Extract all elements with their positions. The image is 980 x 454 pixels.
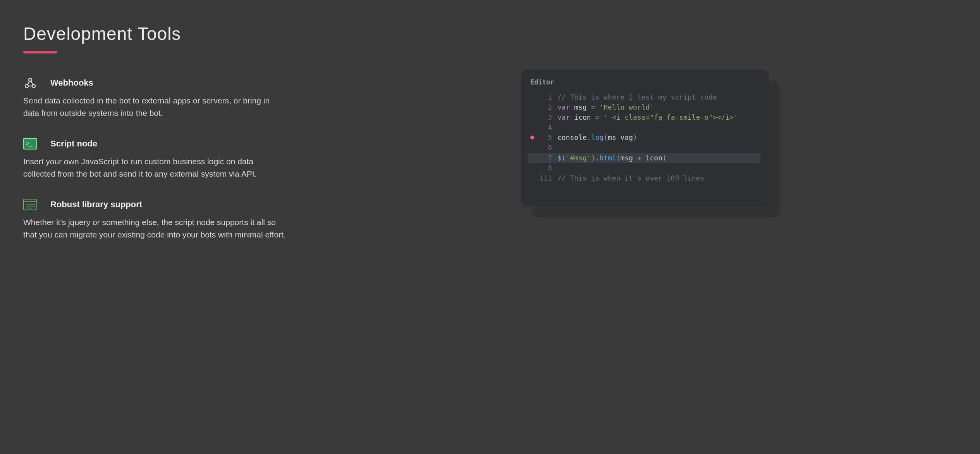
heading-underline: [23, 51, 57, 53]
feature-script-node: >_ Script node Insert your own JavaScrip…: [23, 138, 287, 180]
code-line: 1// This is where I test my script code: [528, 92, 760, 102]
code-line: 2var msg = 'Hello world': [528, 102, 760, 112]
line-number: 5: [536, 132, 557, 143]
line-number: 7: [536, 153, 557, 163]
code-content: [557, 122, 562, 132]
editor-label: Editor: [530, 78, 760, 86]
code-content: var icon = ' <i class="fa fa-smile-o"></…: [557, 112, 738, 122]
section-heading: Development Tools: [23, 23, 287, 44]
code-content: [557, 143, 562, 153]
code-content: [557, 163, 562, 173]
line-number: 111: [536, 173, 557, 183]
code-editor-card: Editor 1// This is where I test my scrip…: [521, 70, 769, 206]
line-number: 4: [536, 122, 557, 132]
code-body: 1// This is where I test my script code2…: [528, 92, 760, 183]
line-number: 2: [536, 102, 557, 112]
code-content: $('#msg').html(msg + icon): [557, 153, 667, 163]
breakpoint-gutter: [528, 136, 536, 139]
svg-text:>_: >_: [26, 140, 33, 147]
feature-description: Whether it's jquery or something else, t…: [23, 216, 287, 241]
feature-title: Script node: [50, 139, 97, 149]
line-number: 3: [536, 112, 557, 122]
feature-description: Send data collected in the bot to extern…: [23, 95, 287, 119]
code-editor: Editor 1// This is where I test my scrip…: [521, 70, 769, 206]
feature-description: Insert your own JavaScript to run custom…: [23, 155, 287, 180]
code-line: 111// This is when it's over 100 lines: [528, 173, 760, 183]
feature-webhooks: Webhooks Send data collected in the bot …: [23, 77, 287, 119]
feature-library-support: Robust library support Whether it's jque…: [23, 198, 287, 241]
feature-title: Webhooks: [50, 78, 93, 88]
code-content: // This is when it's over 100 lines: [557, 173, 704, 183]
code-line: 3var icon = ' <i class="fa fa-smile-o"><…: [528, 112, 760, 122]
code-line: 7$('#msg').html(msg + icon): [528, 153, 760, 163]
library-icon: [23, 198, 37, 211]
line-number: 6: [536, 143, 557, 153]
code-content: console.log(ms vag): [557, 132, 637, 143]
breakpoint-dot-icon: [530, 136, 534, 139]
code-line: 5console.log(ms vag): [528, 132, 760, 143]
line-number: 1: [536, 92, 557, 102]
code-line: 8: [528, 163, 760, 173]
webhook-icon: [23, 77, 37, 89]
code-line: 6: [528, 143, 760, 153]
line-number: 8: [536, 163, 557, 173]
feature-title: Robust library support: [50, 199, 142, 210]
code-content: var msg = 'Hello world': [557, 102, 654, 112]
code-line: 4: [528, 122, 760, 132]
terminal-icon: >_: [23, 138, 37, 150]
code-content: // This is where I test my script code: [557, 92, 717, 102]
